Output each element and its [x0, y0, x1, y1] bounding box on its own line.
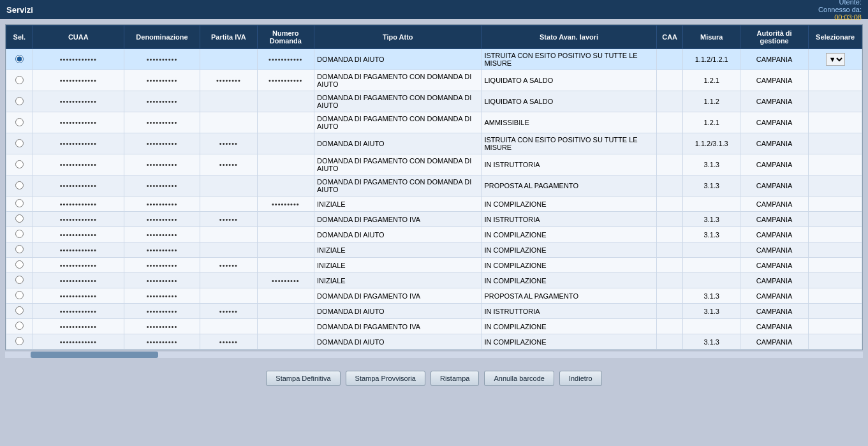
- row-radio-9[interactable]: [15, 230, 24, 238]
- radio-cell[interactable]: [6, 334, 33, 350]
- radio-cell[interactable]: [6, 242, 33, 258]
- selezionare-cell[interactable]: [809, 273, 862, 288]
- row-radio-7[interactable]: [15, 199, 24, 207]
- tipo-atto-cell: DOMANDA DI PAGAMENTO IVA: [314, 212, 482, 227]
- row-radio-6[interactable]: [15, 181, 24, 190]
- selezionare-cell[interactable]: [809, 258, 862, 273]
- radio-cell[interactable]: [6, 70, 33, 91]
- row-radio-15[interactable]: [15, 322, 24, 330]
- selezionare-cell[interactable]: [809, 175, 862, 197]
- selezionare-cell[interactable]: [809, 112, 862, 133]
- table-row: ••••••••••••••••••••••••••••••••••••••••…: [6, 70, 862, 91]
- top-bar: Servizi Utente: Connesso da: 00:03:08: [0, 0, 868, 19]
- caa-cell: [656, 334, 683, 350]
- autorita-cell: CAMPANIA: [740, 175, 808, 197]
- caa-cell: [656, 175, 683, 197]
- stato-cell: IN COMPILAZIONE: [482, 242, 656, 258]
- stampa-provvisoria-button[interactable]: Stampa Provvisoria: [346, 371, 425, 386]
- col-cuaa: CUAA: [33, 26, 124, 49]
- tipo-atto-cell: INIZIALE: [314, 273, 482, 288]
- selezionare-cell[interactable]: [809, 334, 862, 350]
- selezionare-cell[interactable]: [809, 242, 862, 258]
- cuaa-cell: ••••••••••••: [33, 154, 124, 175]
- radio-cell[interactable]: [6, 212, 33, 227]
- numero-domanda-cell: [257, 175, 314, 197]
- scrollbar-area[interactable]: [5, 352, 863, 358]
- radio-cell[interactable]: [6, 197, 33, 212]
- cuaa-cell: ••••••••••••: [33, 242, 124, 258]
- ristampa-button[interactable]: Ristampa: [430, 371, 479, 386]
- table-row: ••••••••••••••••••••••DOMANDA DI PAGAMEN…: [6, 319, 862, 334]
- radio-cell[interactable]: [6, 91, 33, 112]
- misura-cell: [683, 258, 740, 273]
- table-row: ••••••••••••••••••••••DOMANDA DI PAGAMEN…: [6, 91, 862, 112]
- partita-iva-cell: [200, 49, 257, 70]
- selezionare-cell[interactable]: [809, 319, 862, 334]
- selezionare-cell[interactable]: [809, 197, 862, 212]
- partita-iva-cell: [200, 319, 257, 334]
- indietro-button[interactable]: Indietro: [559, 371, 602, 386]
- cuaa-cell: ••••••••••••: [33, 212, 124, 227]
- radio-cell[interactable]: [6, 258, 33, 273]
- row-radio-14[interactable]: [15, 306, 24, 315]
- denominazione-cell: ••••••••••: [124, 112, 200, 133]
- row-radio-2[interactable]: [15, 97, 24, 105]
- stampa-definitiva-button[interactable]: Stampa Definitiva: [266, 371, 340, 386]
- row-radio-11[interactable]: [15, 260, 24, 269]
- stato-cell: LIQUIDATO A SALDO: [482, 91, 656, 112]
- row-radio-13[interactable]: [15, 291, 24, 299]
- misura-cell: [683, 242, 740, 258]
- cuaa-cell: ••••••••••••: [33, 258, 124, 273]
- caa-cell: [656, 154, 683, 175]
- annulla-barcode-button[interactable]: Annulla barcode: [484, 371, 554, 386]
- selezionare-cell[interactable]: [809, 227, 862, 242]
- misura-cell: 1.2.1: [683, 70, 740, 91]
- table-wrapper[interactable]: Sel. CUAA Denominazione Partita IVA Nume…: [6, 25, 862, 350]
- misura-cell: [683, 197, 740, 212]
- selezionare-cell[interactable]: [809, 304, 862, 319]
- radio-cell[interactable]: [6, 227, 33, 242]
- table-row: ••••••••••••••••••••••DOMANDA DI PAGAMEN…: [6, 288, 862, 304]
- selezionare-cell[interactable]: [809, 288, 862, 304]
- selezionare-cell[interactable]: [809, 212, 862, 227]
- row-radio-8[interactable]: [15, 214, 24, 223]
- selezionare-cell[interactable]: ▼: [809, 49, 862, 70]
- radio-cell[interactable]: [6, 319, 33, 334]
- radio-cell[interactable]: [6, 133, 33, 154]
- row-radio-5[interactable]: [15, 160, 24, 168]
- radio-cell[interactable]: [6, 112, 33, 133]
- numero-domanda-cell: [257, 288, 314, 304]
- row-radio-12[interactable]: [15, 276, 24, 284]
- table-row: ••••••••••••••••••••••DOMANDA DI PAGAMEN…: [6, 112, 862, 133]
- selezionare-cell[interactable]: [809, 154, 862, 175]
- row-radio-0[interactable]: [15, 55, 24, 63]
- numero-domanda-cell: [257, 227, 314, 242]
- radio-cell[interactable]: [6, 175, 33, 197]
- radio-cell[interactable]: [6, 49, 33, 70]
- radio-cell[interactable]: [6, 288, 33, 304]
- row-radio-16[interactable]: [15, 337, 24, 345]
- caa-cell: [656, 319, 683, 334]
- table-header: Sel. CUAA Denominazione Partita IVA Nume…: [6, 26, 862, 49]
- row-radio-3[interactable]: [15, 118, 24, 126]
- radio-cell[interactable]: [6, 273, 33, 288]
- misura-cell: 1.1.2: [683, 91, 740, 112]
- selezionare-cell[interactable]: [809, 133, 862, 154]
- cuaa-cell: ••••••••••••: [33, 133, 124, 154]
- selezionare-cell[interactable]: [809, 91, 862, 112]
- denominazione-cell: ••••••••••: [124, 197, 200, 212]
- caa-cell: [656, 258, 683, 273]
- main-content: Sel. CUAA Denominazione Partita IVA Nume…: [0, 19, 868, 364]
- row-radio-10[interactable]: [15, 245, 24, 253]
- radio-cell[interactable]: [6, 154, 33, 175]
- partita-iva-cell: [200, 175, 257, 197]
- numero-domanda-cell: •••••••••••: [257, 70, 314, 91]
- radio-cell[interactable]: [6, 304, 33, 319]
- row-radio-4[interactable]: [15, 139, 24, 147]
- selezionare-cell[interactable]: [809, 70, 862, 91]
- row-radio-1[interactable]: [15, 76, 24, 84]
- denominazione-cell: ••••••••••: [124, 91, 200, 112]
- partita-iva-cell: [200, 242, 257, 258]
- selezionare-dropdown[interactable]: ▼: [826, 53, 845, 66]
- caa-cell: [656, 304, 683, 319]
